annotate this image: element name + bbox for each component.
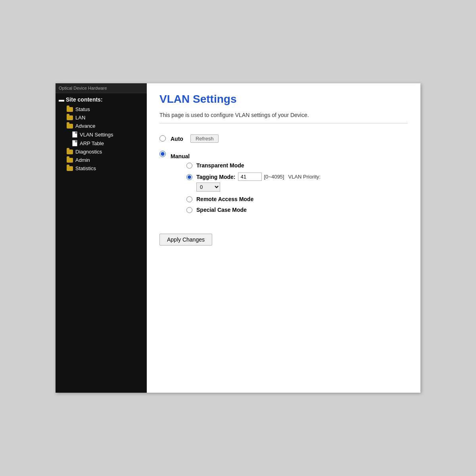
sidebar-item-statistics[interactable]: Statistics <box>56 164 147 173</box>
nav-tree: Status LAN Advance VLAN Settings ARP Tab… <box>56 104 147 173</box>
folder-icon <box>67 124 73 129</box>
transparent-mode-radio[interactable] <box>186 163 192 169</box>
tagging-mode-input[interactable] <box>238 173 262 181</box>
manual-label[interactable]: Manual <box>171 153 190 159</box>
sidebar-item-arp-table[interactable]: ARP Table <box>56 139 147 148</box>
sub-options: Transparent Mode Tagging Mode: [0~4095] <box>186 162 321 213</box>
priority-select-row: 0 1 2 3 4 5 6 7 <box>196 181 321 192</box>
sidebar: Optical Device Hardware ▬ Site contents:… <box>56 83 147 393</box>
auto-radio[interactable] <box>159 135 166 142</box>
divider <box>159 123 408 123</box>
auto-label[interactable]: Auto <box>171 136 183 142</box>
sidebar-item-advance[interactable]: Advance <box>56 122 147 130</box>
auto-row-content: Auto Refresh <box>171 134 219 143</box>
special-case-row: Special Case Mode <box>186 206 321 213</box>
vlan-priority-select[interactable]: 0 1 2 3 4 5 6 7 <box>196 182 220 192</box>
page-title: VLAN Settings <box>159 93 408 106</box>
sidebar-item-label: VLAN Settings <box>80 132 113 138</box>
main-content: VLAN Settings This page is used to confi… <box>147 83 420 393</box>
folder-icon <box>67 150 73 154</box>
file-icon <box>72 131 77 138</box>
sidebar-item-label: Status <box>75 106 90 112</box>
tagging-row: Tagging Mode: [0~4095] VLAN Priority: <box>196 173 321 181</box>
manual-radio-row: Manual Transparent Mode <box>159 150 408 217</box>
sidebar-item-label: Admin <box>75 157 90 163</box>
site-contents-label: ▬ Site contents: <box>56 93 147 104</box>
tagging-mode-radio[interactable] <box>186 174 192 180</box>
folder-icon <box>67 115 73 120</box>
settings-section: Auto Refresh Manual Transp <box>159 131 408 249</box>
folder-icon <box>67 166 73 171</box>
sidebar-item-label: ARP Table <box>80 140 104 146</box>
vlan-priority-label: VLAN Priority: <box>288 174 321 180</box>
remote-access-label[interactable]: Remote Access Mode <box>196 196 253 202</box>
sidebar-item-lan[interactable]: LAN <box>56 113 147 122</box>
sidebar-item-status[interactable]: Status <box>56 105 147 113</box>
tagging-mode-label[interactable]: Tagging Mode: <box>196 174 236 180</box>
tagging-mode-row: Tagging Mode: [0~4095] VLAN Priority: 0 <box>186 173 321 192</box>
folder-icon <box>67 107 73 112</box>
page-description: This page is used to configure VLAN sett… <box>159 112 408 118</box>
file-icon <box>72 140 77 146</box>
manual-radio[interactable] <box>159 151 166 157</box>
special-case-radio[interactable] <box>186 207 192 213</box>
sidebar-item-label: Diagnostics <box>75 149 102 155</box>
sidebar-item-label: Statistics <box>75 165 96 171</box>
remote-access-radio[interactable] <box>186 196 192 202</box>
auto-radio-row: Auto Refresh <box>159 134 408 143</box>
sidebar-item-vlan-settings[interactable]: VLAN Settings <box>56 130 147 139</box>
special-case-label[interactable]: Special Case Mode <box>196 207 247 213</box>
refresh-button[interactable]: Refresh <box>190 134 219 143</box>
sidebar-item-diagnostics[interactable]: Diagnostics <box>56 148 147 156</box>
sidebar-item-admin[interactable]: Admin <box>56 156 147 164</box>
sidebar-item-label: Advance <box>75 123 96 129</box>
tagging-range-label: [0~4095] <box>264 174 284 180</box>
sidebar-item-label: LAN <box>75 115 85 121</box>
folder-icon <box>67 158 73 163</box>
apply-changes-button[interactable]: Apply Changes <box>159 234 212 246</box>
tagging-block: Tagging Mode: [0~4095] VLAN Priority: 0 <box>196 173 321 192</box>
transparent-mode-label[interactable]: Transparent Mode <box>196 162 244 169</box>
manual-section: Manual Transparent Mode <box>171 153 321 217</box>
remote-access-row: Remote Access Mode <box>186 196 321 202</box>
transparent-mode-row: Transparent Mode <box>186 162 321 169</box>
sidebar-header: Optical Device Hardware <box>56 83 147 93</box>
